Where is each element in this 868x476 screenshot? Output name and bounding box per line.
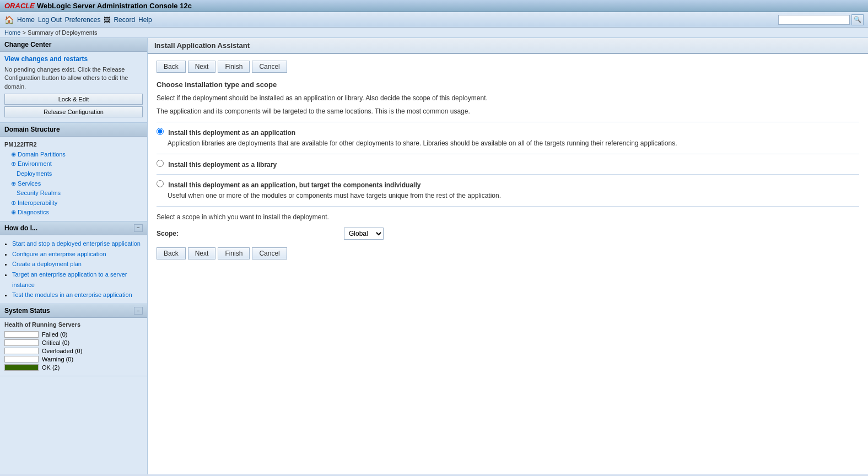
- home-icon: 🏠: [4, 15, 14, 24]
- health-overloaded-label: Overloaded (0): [42, 348, 82, 354]
- radio-option-3-label[interactable]: Install this deployment as an applicatio…: [157, 181, 420, 189]
- change-center-content: View changes and restarts No pending cha…: [0, 52, 147, 122]
- how-do-i-section: How do I... − Start and stop a deployed …: [0, 221, 147, 304]
- how-do-i-content: Start and stop a deployed enterprise app…: [0, 235, 147, 304]
- health-row-ok: OK (2): [4, 364, 143, 371]
- health-row-warning: Warning (0): [4, 356, 143, 363]
- security-realms-link[interactable]: Security Realms: [17, 188, 143, 198]
- radio-option-3-input[interactable]: [157, 180, 164, 187]
- how-do-i-link-4[interactable]: Target an enterprise application to a se…: [12, 271, 127, 288]
- breadcrumb: Home > Summary of Deployments: [0, 28, 868, 38]
- health-bar-ok-container: [4, 364, 39, 371]
- nav-home[interactable]: Home: [17, 16, 35, 24]
- cancel-button-top[interactable]: Cancel: [252, 61, 287, 73]
- nav-logout[interactable]: Log Out: [38, 16, 62, 24]
- how-do-i-collapse-button[interactable]: −: [134, 224, 143, 232]
- radio-option-2-input[interactable]: [157, 160, 164, 167]
- scope-row: Scope: Global Domain: [157, 228, 859, 240]
- scope-label: Scope:: [157, 230, 179, 237]
- change-center-section: Change Center View changes and restarts …: [0, 38, 147, 123]
- section-desc-1: Select if the deployment should be insta…: [157, 93, 859, 103]
- system-status-section: System Status − Health of Running Server…: [0, 304, 147, 376]
- radio-option-1-input[interactable]: [157, 128, 164, 135]
- scope-intro-text: Select a scope in which you want to inst…: [157, 212, 859, 222]
- radio-option-1-label[interactable]: Install this deployment as an applicatio…: [157, 129, 295, 137]
- change-center-text: No pending changes exist. Click the Rele…: [4, 66, 143, 91]
- system-status-collapse-button[interactable]: −: [134, 307, 143, 315]
- diagnostics-link[interactable]: ⊕ Diagnostics: [11, 208, 143, 218]
- services-link[interactable]: ⊕ Services: [11, 179, 143, 189]
- radio-option-1: Install this deployment as an applicatio…: [157, 128, 859, 148]
- health-label: Health of Running Servers: [4, 321, 143, 328]
- health-ok-label: OK (2): [42, 364, 60, 371]
- section-title: Choose installation type and scope: [157, 80, 859, 89]
- health-bar-ok: [5, 365, 38, 370]
- system-status-header: System Status −: [0, 304, 147, 318]
- health-bar-overloaded-container: [4, 348, 39, 354]
- divider-3: [157, 174, 859, 175]
- next-button-bottom[interactable]: Next: [188, 247, 216, 259]
- search-input[interactable]: [778, 15, 850, 25]
- breadcrumb-home[interactable]: Home: [4, 29, 20, 36]
- how-do-i-link-5[interactable]: Test the modules in an enterprise applic…: [12, 291, 132, 298]
- radio-option-3: Install this deployment as an applicatio…: [157, 180, 859, 201]
- change-center-header: Change Center: [0, 38, 147, 52]
- back-button-top[interactable]: Back: [157, 61, 186, 73]
- top-bar: ORACLE WebLogic Server Administration Co…: [0, 0, 868, 12]
- finish-button-top[interactable]: Finish: [218, 61, 250, 73]
- domain-structure-header: Domain Structure: [0, 123, 147, 137]
- nav-record[interactable]: Record: [114, 16, 135, 24]
- nav-bar: 🏠 Home Log Out Preferences 🖼 Record Help…: [0, 12, 868, 28]
- interoperability-link[interactable]: ⊕ Interoperability: [11, 198, 143, 208]
- release-config-button[interactable]: Release Configuration: [4, 106, 143, 117]
- finish-button-bottom[interactable]: Finish: [218, 247, 250, 259]
- divider-4: [157, 206, 859, 207]
- how-do-i-header: How do I... −: [0, 221, 147, 235]
- health-failed-label: Failed (0): [42, 331, 67, 338]
- lock-edit-button[interactable]: Lock & Edit: [4, 94, 143, 105]
- cancel-button-bottom[interactable]: Cancel: [252, 247, 287, 259]
- assistant-body: Back Next Finish Cancel Choose installat…: [148, 54, 868, 274]
- health-warning-label: Warning (0): [42, 356, 73, 363]
- environment-link[interactable]: ⊕ Environment: [11, 159, 143, 169]
- health-critical-label: Critical (0): [42, 339, 69, 346]
- breadcrumb-current: Summary of Deployments: [28, 29, 98, 36]
- oracle-logo: ORACLE: [4, 2, 35, 10]
- app-title: WebLogic Server Administration Console 1…: [37, 2, 192, 10]
- nav-image-icon: 🖼: [104, 16, 110, 24]
- domain-structure-content: PM122ITR2 ⊕ Domain Partitions ⊕ Environm…: [0, 137, 147, 221]
- radio-option-2: Install this deployment as a library: [157, 160, 859, 169]
- layout: Change Center View changes and restarts …: [0, 38, 868, 474]
- view-changes-link[interactable]: View changes and restarts: [4, 55, 88, 63]
- system-status-content: Health of Running Servers Failed (0) Cri…: [0, 318, 147, 376]
- radio-option-2-label[interactable]: Install this deployment as a library: [157, 161, 277, 169]
- search-button[interactable]: 🔍: [851, 14, 864, 25]
- domain-partitions-link[interactable]: ⊕ Domain Partitions: [11, 150, 143, 160]
- health-row-failed: Failed (0): [4, 331, 143, 338]
- domain-tree: PM122ITR2 ⊕ Domain Partitions ⊕ Environm…: [4, 140, 143, 218]
- health-bar-failed-container: [4, 331, 39, 338]
- install-assistant-header: Install Application Assistant: [148, 38, 868, 54]
- health-bar-critical-container: [4, 339, 39, 346]
- how-do-i-link-1[interactable]: Start and stop a deployed enterprise app…: [12, 240, 141, 247]
- health-row-critical: Critical (0): [4, 339, 143, 346]
- health-row-overloaded: Overloaded (0): [4, 348, 143, 354]
- how-do-i-link-2[interactable]: Configure an enterprise application: [12, 251, 106, 257]
- deployments-link[interactable]: Deployments: [17, 169, 143, 179]
- top-button-row: Back Next Finish Cancel: [157, 61, 859, 73]
- radio-option-3-desc: Useful when one or more of the modules o…: [168, 191, 859, 201]
- bottom-button-row: Back Next Finish Cancel: [157, 247, 859, 259]
- next-button-top[interactable]: Next: [188, 61, 216, 73]
- divider-2: [157, 154, 859, 154]
- back-button-bottom[interactable]: Back: [157, 247, 186, 259]
- search-box: 🔍: [778, 14, 864, 25]
- nav-preferences[interactable]: Preferences: [65, 16, 101, 24]
- scope-select[interactable]: Global Domain: [344, 228, 384, 240]
- domain-structure-section: Domain Structure PM122ITR2 ⊕ Domain Part…: [0, 123, 147, 221]
- divider-1: [157, 122, 859, 122]
- main-content: Install Application Assistant Back Next …: [148, 38, 868, 474]
- domain-root: PM122ITR2: [4, 140, 143, 150]
- how-do-i-list: Start and stop a deployed enterprise app…: [4, 239, 143, 300]
- how-do-i-link-3[interactable]: Create a deployment plan: [12, 261, 82, 267]
- nav-help[interactable]: Help: [138, 16, 152, 24]
